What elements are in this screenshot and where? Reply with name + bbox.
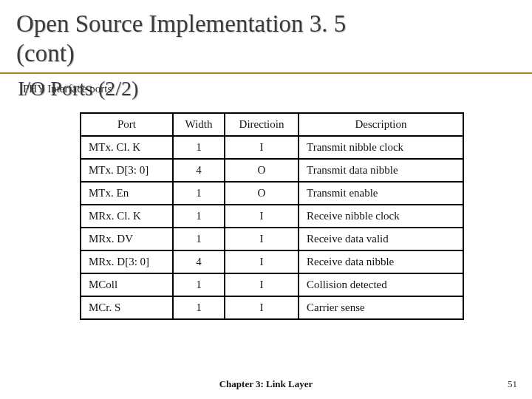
cell-dir: O <box>225 159 299 182</box>
table-row: MRx. D[3: 0] 4 I Receive data nibble <box>81 250 463 273</box>
table-row: MRx. Cl. K 1 I Receive nibble clock <box>81 205 463 228</box>
cell-width: 1 <box>173 296 225 319</box>
cell-port: MColl <box>81 273 173 296</box>
th-direction: Directioin <box>225 113 299 136</box>
title-rule <box>0 72 532 74</box>
cell-port: MRx. Cl. K <box>81 205 173 228</box>
cell-port: MTx. Cl. K <box>81 136 173 159</box>
cell-desc: Receive data valid <box>299 228 463 250</box>
table-row: MTx. D[3: 0] 4 O Transmit data nibble <box>81 159 463 182</box>
table-row: MColl 1 I Collision detected <box>81 273 463 296</box>
subheading-group: I/O Ports (2/2) PHY Interface ports <box>18 77 138 100</box>
slide-title-line2: (cont) <box>16 40 516 68</box>
th-port: Port <box>81 113 173 136</box>
cell-desc: Transmit nibble clock <box>299 136 463 159</box>
cell-width: 1 <box>173 273 225 296</box>
cell-width: 4 <box>173 250 225 273</box>
cell-width: 1 <box>173 136 225 159</box>
cell-dir: I <box>225 273 299 296</box>
footer-chapter: Chapter 3: Link Layer <box>0 378 532 390</box>
cell-port: MCr. S <box>81 296 173 319</box>
th-width: Width <box>173 113 225 136</box>
cell-port: MTx. En <box>81 182 173 205</box>
table-row: MRx. DV 1 I Receive data valid <box>81 228 463 250</box>
cell-dir: I <box>225 136 299 159</box>
cell-desc: Collision detected <box>299 273 463 296</box>
cell-desc: Transmit enable <box>299 182 463 205</box>
cell-dir: I <box>225 228 299 250</box>
slide: Open Source Implementation 3. 5 (cont) I… <box>0 0 532 399</box>
cell-desc: Transmit data nibble <box>299 159 463 182</box>
cell-dir: O <box>225 182 299 205</box>
ports-table: Port Width Directioin Description MTx. C… <box>80 112 464 320</box>
table-row: MTx. Cl. K 1 I Transmit nibble clock <box>81 136 463 159</box>
cell-width: 1 <box>173 182 225 205</box>
phy-interface-label: PHY Interface ports <box>23 83 112 95</box>
cell-port: MRx. D[3: 0] <box>81 250 173 273</box>
page-number: 51 <box>508 378 517 390</box>
cell-dir: I <box>225 296 299 319</box>
table-header-row: Port Width Directioin Description <box>81 113 463 136</box>
th-description: Description <box>299 113 463 136</box>
cell-dir: I <box>225 250 299 273</box>
cell-desc: Receive nibble clock <box>299 205 463 228</box>
table-row: MCr. S 1 I Carrier sense <box>81 296 463 319</box>
cell-desc: Receive data nibble <box>299 250 463 273</box>
cell-desc: Carrier sense <box>299 296 463 319</box>
cell-port: MRx. DV <box>81 228 173 250</box>
table-row: MTx. En 1 O Transmit enable <box>81 182 463 205</box>
cell-width: 4 <box>173 159 225 182</box>
slide-title-line1: Open Source Implementation 3. 5 <box>16 10 516 38</box>
cell-port: MTx. D[3: 0] <box>81 159 173 182</box>
cell-width: 1 <box>173 228 225 250</box>
cell-dir: I <box>225 205 299 228</box>
cell-width: 1 <box>173 205 225 228</box>
